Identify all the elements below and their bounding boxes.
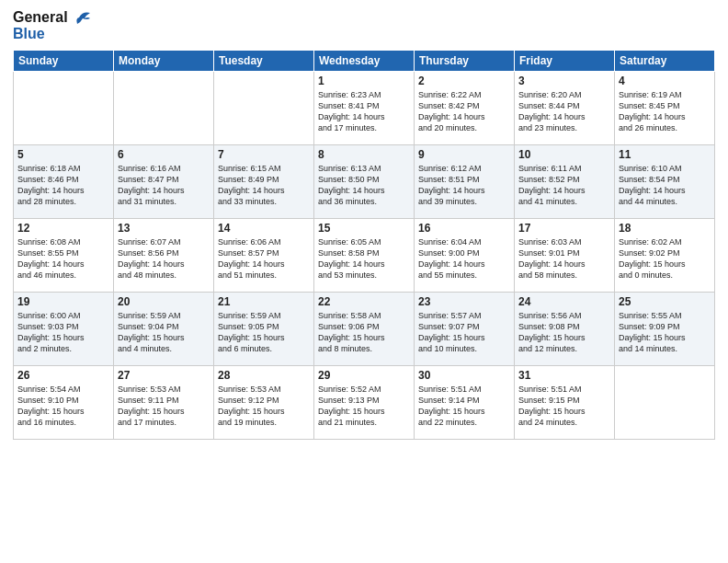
day-number: 19 (17, 295, 109, 308)
day-info: Sunrise: 5:58 AM Sunset: 9:06 PM Dayligh… (318, 310, 410, 355)
calendar-cell: 31Sunrise: 5:51 AM Sunset: 9:15 PM Dayli… (515, 366, 615, 440)
day-number: 31 (518, 369, 610, 382)
day-header-sunday: Sunday (14, 51, 114, 72)
day-info: Sunrise: 5:51 AM Sunset: 9:15 PM Dayligh… (518, 384, 610, 429)
calendar-cell: 20Sunrise: 5:59 AM Sunset: 9:04 PM Dayli… (114, 293, 214, 366)
day-number: 10 (518, 148, 610, 161)
calendar-cell (214, 72, 314, 145)
day-number: 11 (619, 148, 711, 161)
calendar-week-4: 19Sunrise: 6:00 AM Sunset: 9:03 PM Dayli… (14, 293, 715, 366)
calendar-cell: 25Sunrise: 5:55 AM Sunset: 9:09 PM Dayli… (615, 293, 715, 366)
calendar-header-row: SundayMondayTuesdayWednesdayThursdayFrid… (14, 51, 715, 72)
calendar-cell: 9Sunrise: 6:12 AM Sunset: 8:51 PM Daylig… (415, 145, 515, 219)
day-number: 29 (318, 369, 410, 382)
day-header-monday: Monday (114, 51, 214, 72)
day-number: 20 (118, 295, 210, 308)
day-number: 26 (17, 369, 109, 382)
calendar-cell: 5Sunrise: 6:18 AM Sunset: 8:46 PM Daylig… (14, 145, 114, 219)
calendar-cell: 23Sunrise: 5:57 AM Sunset: 9:07 PM Dayli… (415, 293, 515, 366)
day-number: 23 (418, 295, 510, 308)
day-info: Sunrise: 5:56 AM Sunset: 9:08 PM Dayligh… (518, 310, 610, 355)
calendar-cell: 10Sunrise: 6:11 AM Sunset: 8:52 PM Dayli… (515, 145, 615, 219)
day-number: 13 (118, 222, 210, 235)
day-number: 4 (619, 75, 711, 87)
day-number: 7 (218, 148, 310, 161)
calendar-cell: 26Sunrise: 5:54 AM Sunset: 9:10 PM Dayli… (14, 366, 114, 440)
day-info: Sunrise: 6:10 AM Sunset: 8:54 PM Dayligh… (619, 163, 711, 208)
day-number: 9 (418, 148, 510, 161)
calendar-week-3: 12Sunrise: 6:08 AM Sunset: 8:55 PM Dayli… (14, 219, 715, 293)
logo-blue-text: Blue (13, 26, 45, 42)
calendar-cell: 18Sunrise: 6:02 AM Sunset: 9:02 PM Dayli… (615, 219, 715, 293)
day-header-wednesday: Wednesday (314, 51, 415, 72)
day-info: Sunrise: 6:00 AM Sunset: 9:03 PM Dayligh… (17, 310, 109, 355)
logo-general-text: General (13, 9, 68, 26)
day-info: Sunrise: 6:08 AM Sunset: 8:55 PM Dayligh… (17, 236, 109, 282)
calendar-cell: 17Sunrise: 6:03 AM Sunset: 9:01 PM Dayli… (515, 219, 615, 293)
day-header-thursday: Thursday (415, 51, 515, 72)
calendar-cell (14, 72, 114, 145)
day-info: Sunrise: 6:02 AM Sunset: 9:02 PM Dayligh… (619, 236, 711, 282)
day-info: Sunrise: 5:59 AM Sunset: 9:05 PM Dayligh… (218, 310, 310, 355)
day-number: 15 (318, 222, 410, 235)
day-number: 27 (118, 369, 210, 382)
day-number: 18 (619, 222, 711, 235)
day-info: Sunrise: 6:22 AM Sunset: 8:42 PM Dayligh… (418, 89, 510, 134)
header: General Blue (13, 9, 715, 42)
logo: General Blue (13, 9, 90, 42)
day-info: Sunrise: 5:54 AM Sunset: 9:10 PM Dayligh… (17, 384, 109, 429)
day-number: 22 (318, 295, 410, 308)
day-info: Sunrise: 6:03 AM Sunset: 9:01 PM Dayligh… (518, 236, 610, 282)
day-info: Sunrise: 5:53 AM Sunset: 9:12 PM Dayligh… (218, 384, 310, 429)
calendar-week-2: 5Sunrise: 6:18 AM Sunset: 8:46 PM Daylig… (14, 145, 715, 219)
day-info: Sunrise: 6:18 AM Sunset: 8:46 PM Dayligh… (17, 163, 109, 208)
day-info: Sunrise: 6:20 AM Sunset: 8:44 PM Dayligh… (518, 89, 610, 134)
day-number: 3 (518, 75, 610, 87)
day-info: Sunrise: 5:55 AM Sunset: 9:09 PM Dayligh… (619, 310, 711, 355)
day-info: Sunrise: 6:12 AM Sunset: 8:51 PM Dayligh… (418, 163, 510, 208)
day-info: Sunrise: 6:11 AM Sunset: 8:52 PM Dayligh… (518, 163, 610, 208)
day-info: Sunrise: 5:59 AM Sunset: 9:04 PM Dayligh… (118, 310, 210, 355)
calendar-cell: 24Sunrise: 5:56 AM Sunset: 9:08 PM Dayli… (515, 293, 615, 366)
day-info: Sunrise: 6:05 AM Sunset: 8:58 PM Dayligh… (318, 236, 410, 282)
day-info: Sunrise: 6:23 AM Sunset: 8:41 PM Dayligh… (318, 89, 410, 134)
day-info: Sunrise: 5:57 AM Sunset: 9:07 PM Dayligh… (418, 310, 510, 355)
calendar-cell: 14Sunrise: 6:06 AM Sunset: 8:57 PM Dayli… (214, 219, 314, 293)
calendar-cell: 29Sunrise: 5:52 AM Sunset: 9:13 PM Dayli… (314, 366, 415, 440)
calendar-cell: 28Sunrise: 5:53 AM Sunset: 9:12 PM Dayli… (214, 366, 314, 440)
page-container: General Blue SundayMondayTuesdayWednesda… (0, 0, 728, 563)
calendar-cell: 4Sunrise: 6:19 AM Sunset: 8:45 PM Daylig… (615, 72, 715, 145)
calendar-cell (615, 366, 715, 440)
day-info: Sunrise: 6:16 AM Sunset: 8:47 PM Dayligh… (118, 163, 210, 208)
day-number: 25 (619, 295, 711, 308)
day-number: 28 (218, 369, 310, 382)
calendar-cell: 7Sunrise: 6:15 AM Sunset: 8:49 PM Daylig… (214, 145, 314, 219)
calendar-cell: 6Sunrise: 6:16 AM Sunset: 8:47 PM Daylig… (114, 145, 214, 219)
day-info: Sunrise: 6:07 AM Sunset: 8:56 PM Dayligh… (118, 236, 210, 282)
day-number: 17 (518, 222, 610, 235)
calendar-cell (114, 72, 214, 145)
day-number: 12 (17, 222, 109, 235)
day-number: 1 (318, 75, 410, 87)
day-info: Sunrise: 6:19 AM Sunset: 8:45 PM Dayligh… (619, 89, 711, 134)
calendar: SundayMondayTuesdayWednesdayThursdayFrid… (13, 50, 715, 440)
day-info: Sunrise: 5:51 AM Sunset: 9:14 PM Dayligh… (418, 384, 510, 429)
day-number: 5 (17, 148, 109, 161)
day-info: Sunrise: 6:04 AM Sunset: 9:00 PM Dayligh… (418, 236, 510, 282)
day-info: Sunrise: 5:53 AM Sunset: 9:11 PM Dayligh… (118, 384, 210, 429)
day-number: 21 (218, 295, 310, 308)
day-number: 6 (118, 148, 210, 161)
calendar-cell: 11Sunrise: 6:10 AM Sunset: 8:54 PM Dayli… (615, 145, 715, 219)
calendar-cell: 16Sunrise: 6:04 AM Sunset: 9:00 PM Dayli… (415, 219, 515, 293)
calendar-cell: 13Sunrise: 6:07 AM Sunset: 8:56 PM Dayli… (114, 219, 214, 293)
calendar-cell: 8Sunrise: 6:13 AM Sunset: 8:50 PM Daylig… (314, 145, 415, 219)
day-header-tuesday: Tuesday (214, 51, 314, 72)
calendar-cell: 21Sunrise: 5:59 AM Sunset: 9:05 PM Dayli… (214, 293, 314, 366)
calendar-cell: 22Sunrise: 5:58 AM Sunset: 9:06 PM Dayli… (314, 293, 415, 366)
calendar-cell: 15Sunrise: 6:05 AM Sunset: 8:58 PM Dayli… (314, 219, 415, 293)
day-header-friday: Friday (515, 51, 615, 72)
calendar-cell: 2Sunrise: 6:22 AM Sunset: 8:42 PM Daylig… (415, 72, 515, 145)
calendar-cell: 27Sunrise: 5:53 AM Sunset: 9:11 PM Dayli… (114, 366, 214, 440)
day-info: Sunrise: 5:52 AM Sunset: 9:13 PM Dayligh… (318, 384, 410, 429)
day-info: Sunrise: 6:13 AM Sunset: 8:50 PM Dayligh… (318, 163, 410, 208)
